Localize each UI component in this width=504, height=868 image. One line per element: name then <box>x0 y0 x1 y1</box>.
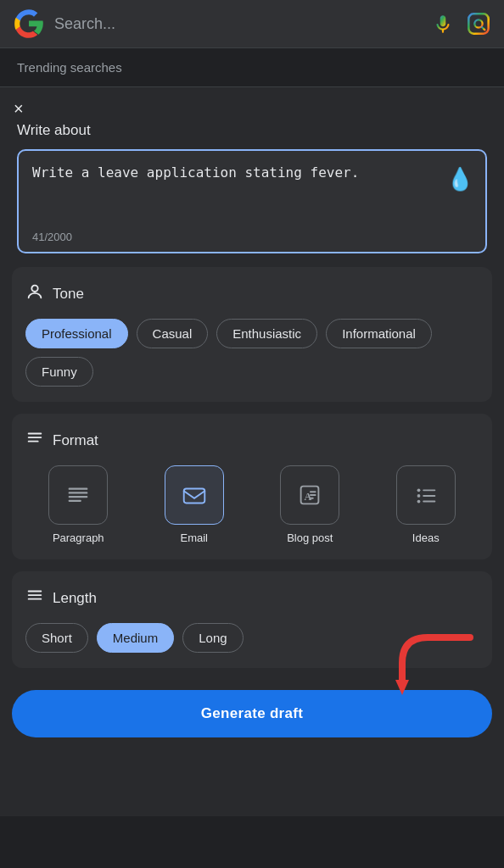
svg-line-2 <box>482 27 486 31</box>
format-header: Format <box>25 429 479 452</box>
format-card: Format Paragraph <box>12 414 492 559</box>
search-icons <box>431 12 490 36</box>
format-icon-paragraph <box>48 465 108 525</box>
tone-chip-informational[interactable]: Informational <box>326 319 432 348</box>
svg-rect-16 <box>310 498 314 499</box>
trending-bar: Trending searches <box>0 48 504 87</box>
format-label-paragraph: Paragraph <box>53 531 104 544</box>
tone-chip-professional[interactable]: Professional <box>25 319 128 348</box>
format-grid: Paragraph Email A <box>25 465 479 544</box>
svg-rect-15 <box>310 494 316 496</box>
format-label-blogpost: Blog post <box>287 531 333 544</box>
tone-chip-funny[interactable]: Funny <box>25 357 93 387</box>
svg-rect-4 <box>28 433 42 435</box>
format-icon-blogpost: A <box>280 465 339 525</box>
svg-rect-22 <box>423 501 435 503</box>
svg-point-19 <box>417 494 420 498</box>
write-about-label: Write about <box>17 122 487 139</box>
svg-rect-9 <box>69 496 88 498</box>
svg-rect-23 <box>28 591 42 593</box>
write-about-input[interactable]: Write a leave application stating fever. <box>32 163 472 224</box>
tone-card: Tone Professional Casual Enthusiastic In… <box>12 267 492 402</box>
length-chip-short[interactable]: Short <box>25 623 88 653</box>
tone-label: Tone <box>53 286 84 303</box>
svg-rect-25 <box>28 598 42 600</box>
search-input[interactable] <box>54 15 421 33</box>
svg-rect-8 <box>69 492 88 493</box>
svg-rect-18 <box>423 489 435 491</box>
char-count: 41/2000 <box>32 231 472 243</box>
format-label-ideas: Ideas <box>412 531 440 544</box>
format-item-blogpost[interactable]: A Blog post <box>257 465 363 544</box>
trending-label: Trending searches <box>17 60 122 75</box>
svg-rect-20 <box>423 495 435 497</box>
format-label-email: Email <box>180 531 208 544</box>
format-label: Format <box>53 432 98 449</box>
format-icon-email <box>165 465 224 525</box>
format-icon-ideas <box>396 465 456 525</box>
svg-point-1 <box>474 19 482 27</box>
length-header: Length <box>25 587 479 609</box>
google-logo <box>14 8 44 39</box>
svg-rect-0 <box>468 14 488 33</box>
svg-rect-5 <box>28 437 42 438</box>
tone-header: Tone <box>25 282 479 305</box>
svg-rect-7 <box>69 488 88 490</box>
search-input-wrap[interactable] <box>54 15 421 33</box>
write-about-section: Write about Write a leave application st… <box>0 122 504 267</box>
generate-draft-button[interactable]: Generate draft <box>12 690 492 737</box>
mic-icon[interactable] <box>431 12 455 36</box>
write-about-box: Write a leave application stating fever.… <box>17 149 487 253</box>
format-item-email[interactable]: Email <box>142 465 248 544</box>
svg-point-21 <box>417 500 420 504</box>
length-label: Length <box>53 590 97 607</box>
lens-icon[interactable] <box>467 12 490 36</box>
svg-rect-10 <box>69 500 81 502</box>
svg-rect-14 <box>310 491 316 492</box>
length-icon <box>25 587 44 609</box>
format-item-paragraph[interactable]: Paragraph <box>25 465 132 544</box>
tone-icon <box>25 282 44 305</box>
format-item-ideas[interactable]: Ideas <box>373 465 479 544</box>
svg-rect-24 <box>28 594 42 596</box>
svg-rect-6 <box>28 441 39 442</box>
svg-point-3 <box>31 286 37 292</box>
red-arrow-icon <box>394 629 479 697</box>
length-chip-medium[interactable]: Medium <box>97 623 174 653</box>
search-bar <box>0 0 504 48</box>
length-chip-long[interactable]: Long <box>182 623 243 653</box>
tone-chip-enthusiastic[interactable]: Enthusiastic <box>216 319 317 348</box>
generate-wrap: Generate draft <box>0 680 504 737</box>
format-icon <box>25 429 44 452</box>
main-panel: × Write about Write a leave application … <box>0 87 504 816</box>
svg-marker-26 <box>395 680 409 695</box>
tone-chip-casual[interactable]: Casual <box>137 319 209 348</box>
svg-rect-11 <box>183 488 204 503</box>
water-drop-icon: 💧 <box>446 166 473 192</box>
tone-chips: Professional Casual Enthusiastic Informa… <box>25 319 479 387</box>
svg-point-17 <box>417 488 420 492</box>
close-button[interactable]: × <box>0 87 37 122</box>
